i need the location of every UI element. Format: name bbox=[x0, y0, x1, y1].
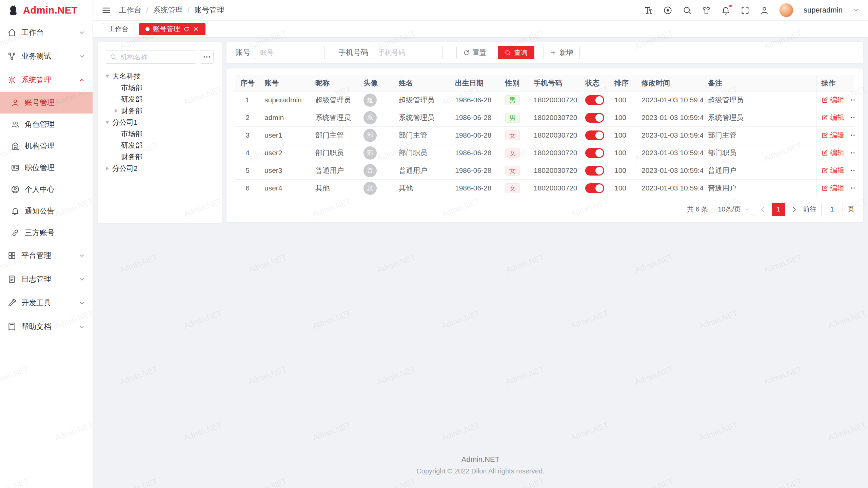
edit-button[interactable]: 编辑 bbox=[822, 166, 845, 175]
status-toggle[interactable] bbox=[585, 166, 604, 176]
more-actions-icon[interactable] bbox=[850, 166, 855, 175]
prev-page-icon[interactable] bbox=[759, 205, 767, 214]
pagination: 共 6 条 10条/页 1 前往 页 bbox=[235, 203, 854, 216]
tree-node[interactable]: 市场部 bbox=[106, 128, 214, 140]
gender-tag: 女 bbox=[505, 166, 520, 176]
column-header-name: 姓名 bbox=[394, 75, 450, 91]
tree-node[interactable]: 财务部 bbox=[106, 151, 214, 163]
sidebar-item-profile-center[interactable]: 个人中心 bbox=[0, 179, 93, 200]
edit-button[interactable]: 编辑 bbox=[822, 148, 845, 158]
tree-node[interactable]: 财务部 bbox=[106, 105, 214, 117]
status-toggle[interactable] bbox=[585, 130, 604, 140]
table-row: 6user4其他其其他1986-06-28女180200307201002023… bbox=[235, 179, 854, 197]
tab-close-icon[interactable] bbox=[193, 26, 199, 32]
status-toggle[interactable] bbox=[585, 113, 604, 123]
edit-button[interactable]: 编辑 bbox=[822, 95, 845, 105]
org-search-input[interactable] bbox=[106, 50, 196, 64]
page-unit-label: 页 bbox=[848, 205, 854, 214]
add-button[interactable]: 新增 bbox=[543, 46, 580, 59]
tree-node[interactable]: 分公司1 bbox=[106, 117, 214, 128]
logo[interactable]: Admin.NET bbox=[0, 0, 93, 21]
user-menu-chevron-icon[interactable] bbox=[853, 7, 859, 14]
tree-node[interactable]: 研发部 bbox=[106, 140, 214, 151]
topbar-actions: superadmin bbox=[644, 3, 859, 17]
more-actions-icon[interactable] bbox=[850, 184, 855, 192]
sidebar-item-role-mgmt[interactable]: 角色管理 bbox=[0, 114, 93, 135]
caret-down-icon[interactable] bbox=[105, 121, 110, 124]
fullscreen-icon[interactable] bbox=[741, 6, 750, 15]
tab-workbench[interactable]: 工作台 bbox=[102, 23, 135, 35]
sidebar-item-position-mgmt[interactable]: 职位管理 bbox=[0, 157, 93, 179]
next-page-icon[interactable] bbox=[790, 205, 798, 214]
tree-node[interactable]: 市场部 bbox=[106, 82, 214, 94]
caret-right-icon[interactable] bbox=[115, 109, 118, 113]
more-actions-icon[interactable] bbox=[850, 131, 855, 139]
caret-right-icon[interactable] bbox=[106, 166, 109, 170]
footer-copyright: Copyright © 2022 Dilon All rights reserv… bbox=[98, 467, 863, 475]
status-toggle[interactable] bbox=[585, 95, 604, 105]
cell-phone: 18020030720 bbox=[529, 91, 580, 109]
sidebar-item-log-mgmt[interactable]: 日志管理 bbox=[0, 267, 93, 291]
locale-icon[interactable] bbox=[663, 6, 672, 15]
menu-collapse-icon[interactable] bbox=[102, 6, 111, 15]
more-actions-icon[interactable] bbox=[850, 96, 855, 104]
link-icon bbox=[11, 228, 20, 237]
tree-node[interactable]: 大名科技 bbox=[106, 70, 214, 82]
edit-icon bbox=[822, 167, 828, 174]
tree-node[interactable]: 分公司2 bbox=[106, 163, 214, 174]
table-header-row: 序号账号昵称头像姓名出生日期性别手机号码状态排序修改时间备注操作 bbox=[235, 75, 854, 91]
font-size-icon[interactable] bbox=[644, 6, 653, 15]
sidebar-item-notice[interactable]: 通知公告 bbox=[0, 200, 93, 222]
cell-birth: 1986-06-28 bbox=[450, 91, 500, 109]
sidebar-item-org-mgmt[interactable]: 机构管理 bbox=[0, 135, 93, 157]
phone-input[interactable] bbox=[373, 46, 443, 59]
more-actions-icon[interactable] bbox=[850, 149, 855, 157]
status-toggle[interactable] bbox=[585, 183, 604, 193]
sidebar-item-third-account[interactable]: 三方账号 bbox=[0, 222, 93, 244]
plus-icon bbox=[550, 49, 556, 56]
chevron-down-icon bbox=[79, 300, 85, 306]
user-avatar[interactable] bbox=[779, 3, 793, 17]
tree-node[interactable]: 研发部 bbox=[106, 94, 214, 105]
tree-more-button[interactable] bbox=[200, 50, 214, 64]
search-icon[interactable] bbox=[683, 6, 692, 15]
sidebar-item-business-test[interactable]: 业务测试 bbox=[0, 44, 93, 68]
sidebar-item-platform-mgmt[interactable]: 平台管理 bbox=[0, 244, 93, 267]
edit-button[interactable]: 编辑 bbox=[822, 130, 845, 140]
profile-icon[interactable] bbox=[760, 6, 769, 15]
theme-icon[interactable] bbox=[702, 6, 711, 15]
tab-account[interactable]: 账号管理 bbox=[139, 23, 205, 35]
sidebar-item-account-mgmt[interactable]: 账号管理 bbox=[0, 92, 93, 114]
search-icon bbox=[110, 54, 117, 60]
sidebar-item-workbench[interactable]: 工作台 bbox=[0, 21, 93, 44]
sidebar-item-help-docs[interactable]: 帮助文档 bbox=[0, 315, 93, 339]
page-number-1[interactable]: 1 bbox=[772, 203, 785, 216]
chevron-down-icon bbox=[79, 53, 85, 60]
page-size-select[interactable]: 10条/页 bbox=[713, 203, 754, 216]
query-button[interactable]: 查询 bbox=[498, 46, 534, 59]
breadcrumb-item[interactable]: 系统管理 bbox=[153, 5, 183, 15]
filter-bar: 账号 手机号码 重置 查询 bbox=[226, 42, 863, 63]
cell-modified: 2023-01-03 10:59:44 bbox=[637, 162, 703, 179]
cell-modified: 2023-01-03 10:59:44 bbox=[637, 91, 703, 109]
account-input[interactable] bbox=[255, 46, 325, 59]
sidebar-item-system-mgmt[interactable]: 系统管理 bbox=[0, 68, 93, 92]
notification-bell-icon[interactable] bbox=[721, 6, 730, 15]
goto-page-input[interactable] bbox=[821, 203, 843, 216]
sidebar-item-dev-tools[interactable]: 开发工具 bbox=[0, 291, 93, 315]
more-actions-icon[interactable] bbox=[850, 114, 855, 122]
edit-button[interactable]: 编辑 bbox=[822, 183, 845, 193]
reset-button[interactable]: 重置 bbox=[456, 46, 493, 59]
caret-down-icon[interactable] bbox=[105, 75, 110, 78]
status-toggle[interactable] bbox=[585, 148, 604, 158]
username[interactable]: superadmin bbox=[804, 6, 843, 15]
logo-icon bbox=[7, 5, 19, 16]
breadcrumb-item[interactable]: 工作台 bbox=[119, 5, 141, 15]
row-avatar: 超 bbox=[363, 94, 377, 107]
edit-button[interactable]: 编辑 bbox=[822, 113, 845, 122]
sidebar-menu: 工作台业务测试系统管理账号管理角色管理机构管理职位管理个人中心通知公告三方账号平… bbox=[0, 21, 93, 488]
cell-nickname: 普通用户 bbox=[311, 162, 359, 179]
row-avatar: 其 bbox=[363, 182, 377, 195]
tab-refresh-icon[interactable] bbox=[183, 26, 190, 32]
column-header-nickname: 昵称 bbox=[311, 75, 359, 91]
